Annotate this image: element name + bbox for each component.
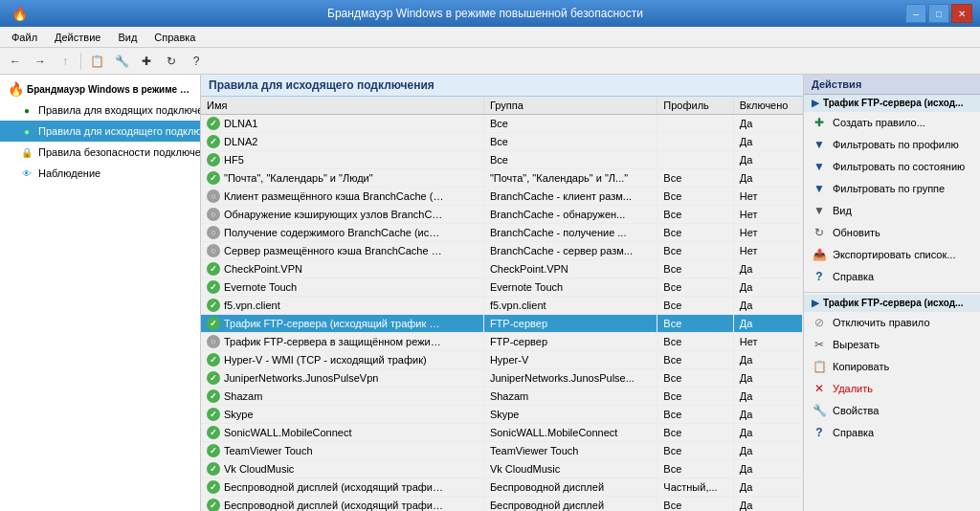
table-row[interactable]: ✓ Evernote Touch Evernote Touch Все Да bbox=[201, 278, 803, 297]
cell-enabled: Да bbox=[733, 315, 802, 333]
actions-group-title-icon: ▶ bbox=[812, 98, 819, 108]
table-row[interactable]: ✓ DLNA1 Все Да bbox=[201, 115, 803, 133]
table-row[interactable]: ○ Обнаружение кэширующих узлов BranchCac… bbox=[201, 206, 803, 224]
cell-profile: Все bbox=[657, 424, 733, 442]
menu-file[interactable]: Файл bbox=[4, 30, 45, 45]
action-filter-group[interactable]: ▼ Фильтровать по группе bbox=[804, 178, 980, 200]
table-row[interactable]: ✓ Skype Skype Все Да bbox=[201, 406, 803, 424]
rule-name: Трафик FTP-сервера в защищённом режиме (… bbox=[224, 336, 444, 347]
table-row[interactable]: ✓ SonicWALL.MobileConnect SonicWALL.Mobi… bbox=[201, 424, 803, 442]
table-row[interactable]: ✓ Трафик FTP-сервера (исходящий трафик F… bbox=[201, 315, 803, 333]
action-filter-profile[interactable]: ▼ Фильтровать по профилю bbox=[804, 134, 980, 156]
cell-group: Shazam bbox=[483, 388, 657, 406]
table-row[interactable]: ✓ CheckPoint.VPN CheckPoint.VPN Все Да bbox=[201, 260, 803, 278]
rules-table-container[interactable]: Имя Группа Профиль Включено ✓ DLNA1 Все … bbox=[201, 97, 803, 511]
cell-enabled: Да bbox=[733, 260, 802, 278]
cell-name: ✓ TeamViewer Touch bbox=[201, 442, 483, 460]
action-export[interactable]: 📤 Экспортировать список... bbox=[804, 244, 980, 266]
table-row[interactable]: ✓ Hyper-V - WMI (TCP - исходящий трафик)… bbox=[201, 351, 803, 369]
sidebar-item-monitoring[interactable]: 👁 Наблюдение bbox=[0, 163, 200, 184]
action-context-help[interactable]: ? Справка bbox=[804, 422, 980, 444]
minimize-button[interactable]: – bbox=[905, 4, 926, 23]
up-button[interactable]: ↑ bbox=[54, 51, 77, 72]
menu-action[interactable]: Действие bbox=[47, 30, 108, 45]
action-create-rule[interactable]: ✚ Создать правило... bbox=[804, 112, 980, 134]
refresh-button[interactable]: ↻ bbox=[160, 51, 183, 72]
copy-icon: 📋 bbox=[812, 359, 827, 374]
menu-help[interactable]: Справка bbox=[146, 30, 203, 45]
cell-group: CheckPoint.VPN bbox=[483, 260, 657, 278]
table-row[interactable]: ✓ HF5 Все Да bbox=[201, 151, 803, 169]
window-controls: – □ ✕ bbox=[905, 4, 972, 23]
cell-profile: Частный,... bbox=[657, 478, 733, 497]
cell-profile: Все bbox=[657, 442, 733, 460]
cell-enabled: Нет bbox=[733, 242, 802, 260]
rules-table: Имя Группа Профиль Включено ✓ DLNA1 Все … bbox=[201, 97, 803, 511]
action-cut[interactable]: ✂ Вырезать bbox=[804, 334, 980, 356]
action-filter-state[interactable]: ▼ Фильтровать по состоянию bbox=[804, 156, 980, 178]
new-rule-button[interactable]: ✚ bbox=[135, 51, 158, 72]
table-row[interactable]: ✓ TeamViewer Touch TeamViewer Touch Все … bbox=[201, 442, 803, 460]
table-row[interactable]: ○ Получение содержимого BranchCache (исх… bbox=[201, 224, 803, 242]
cell-enabled: Да bbox=[733, 442, 802, 460]
table-row[interactable]: ✓ DLNA2 Все Да bbox=[201, 133, 803, 151]
rule-name: f5.vpn.client bbox=[224, 300, 280, 311]
col-enabled: Включено bbox=[733, 97, 802, 115]
cell-name: ✓ CheckPoint.VPN bbox=[201, 260, 483, 278]
table-header-row: Имя Группа Профиль Включено bbox=[201, 97, 803, 115]
properties-button[interactable]: 🔧 bbox=[110, 51, 133, 72]
rule-name: "Почта", "Календарь" и "Люди" bbox=[224, 172, 373, 184]
cell-name: ✓ DLNA2 bbox=[201, 133, 483, 151]
table-row[interactable]: ✓ "Почта", "Календарь" и "Люди" "Почта",… bbox=[201, 169, 803, 188]
action-view[interactable]: ▼ Вид bbox=[804, 200, 980, 222]
table-row[interactable]: ○ Сервер размещённого кэша BranchCache (… bbox=[201, 242, 803, 260]
context-title-icon: ▶ bbox=[812, 298, 819, 308]
actions-title: Действия bbox=[804, 75, 980, 95]
table-row[interactable]: ✓ Shazam Shazam Все Да bbox=[201, 388, 803, 406]
table-row[interactable]: ✓ JuniperNetworks.JunosPulseVpn JuniperN… bbox=[201, 369, 803, 388]
close-button[interactable]: ✕ bbox=[951, 4, 972, 23]
cell-group: Evernote Touch bbox=[483, 278, 657, 297]
sidebar-item-security[interactable]: 🔒 Правила безопасности подключения bbox=[0, 142, 200, 163]
cell-profile: Все bbox=[657, 333, 733, 351]
row-status-icon: ✓ bbox=[207, 353, 220, 367]
menu-bar: Файл Действие Вид Справка bbox=[0, 27, 980, 48]
table-row[interactable]: ✓ f5.vpn.client f5.vpn.client Все Да bbox=[201, 297, 803, 315]
cell-enabled: Да bbox=[733, 133, 802, 151]
view-icon: ▼ bbox=[812, 203, 827, 218]
row-status-icon: ✓ bbox=[207, 408, 220, 421]
cell-enabled: Нет bbox=[733, 206, 802, 224]
show-hide-button[interactable]: 📋 bbox=[85, 51, 108, 72]
cell-group: Hyper-V bbox=[483, 351, 657, 369]
table-row[interactable]: ○ Трафик FTP-сервера в защищённом режиме… bbox=[201, 333, 803, 351]
table-row[interactable]: ✓ Беспроводной дисплей (исходящий трафик… bbox=[201, 478, 803, 497]
action-properties[interactable]: 🔧 Свойства bbox=[804, 400, 980, 422]
action-global-help[interactable]: ? Справка bbox=[804, 266, 980, 288]
action-delete[interactable]: ✕ Удалить bbox=[804, 378, 980, 400]
help-button[interactable]: ? bbox=[185, 51, 208, 72]
action-disable-rule[interactable]: ⊘ Отключить правило bbox=[804, 312, 980, 334]
cell-profile: Все bbox=[657, 460, 733, 478]
delete-icon: ✕ bbox=[812, 381, 827, 396]
disable-rule-icon: ⊘ bbox=[812, 315, 827, 330]
back-button[interactable]: ← bbox=[4, 51, 27, 72]
table-row[interactable]: ○ Клиент размещённого кэша BranchCache (… bbox=[201, 188, 803, 206]
sidebar-item-inbound[interactable]: ● Правила для входящих подключений bbox=[0, 100, 200, 121]
rule-name: Vk CloudMusic bbox=[224, 463, 294, 475]
table-row[interactable]: ✓ Беспроводной дисплей (исходящий трафик… bbox=[201, 497, 803, 512]
row-status-icon: ✓ bbox=[207, 171, 220, 185]
cell-enabled: Да bbox=[733, 369, 802, 388]
action-copy[interactable]: 📋 Копировать bbox=[804, 356, 980, 378]
cell-group: Беспроводной дисплей bbox=[483, 497, 657, 512]
cell-enabled: Да bbox=[733, 351, 802, 369]
menu-view[interactable]: Вид bbox=[110, 30, 145, 45]
main-layout: 🔥 Брандмауэр Windows в режиме повышено..… bbox=[0, 75, 980, 511]
forward-button[interactable]: → bbox=[29, 51, 52, 72]
table-row[interactable]: ✓ Vk CloudMusic Vk CloudMusic Все Да bbox=[201, 460, 803, 478]
sidebar-item-outbound[interactable]: ● Правила для исходящего подключения bbox=[0, 121, 200, 142]
action-refresh[interactable]: ↻ Обновить bbox=[804, 222, 980, 244]
properties-action-icon: 🔧 bbox=[812, 403, 827, 418]
maximize-button[interactable]: □ bbox=[928, 4, 949, 23]
sidebar-root[interactable]: 🔥 Брандмауэр Windows в режиме повышено..… bbox=[0, 78, 200, 100]
row-status-icon: ✓ bbox=[207, 280, 220, 294]
